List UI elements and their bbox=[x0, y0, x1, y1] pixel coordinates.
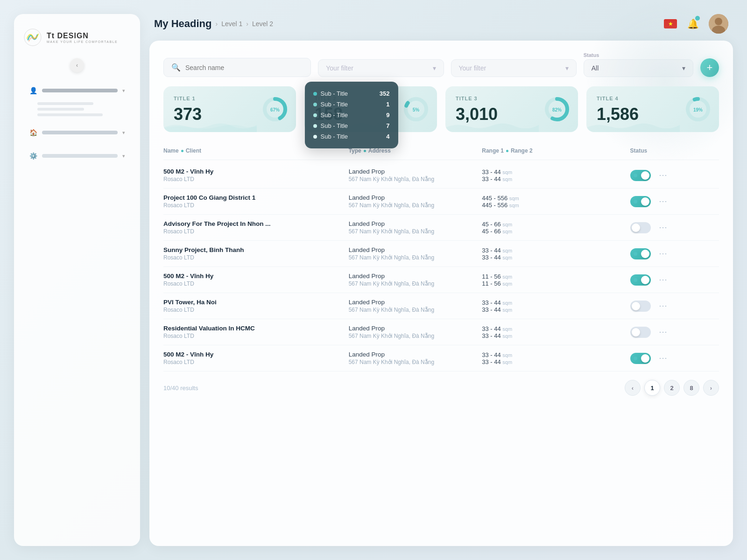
cell-name-5: PVI Tower, Ha Noi Rosaco LTD bbox=[163, 299, 349, 313]
status-toggle-1[interactable] bbox=[630, 196, 651, 207]
header-actions: ★ 🔔 bbox=[664, 14, 728, 34]
svg-text:19%: 19% bbox=[693, 107, 703, 112]
logo-area: Tt DESIGN MAKE YOUR LIFE COMFORTABLE bbox=[14, 23, 140, 56]
sidebar-sub-1 bbox=[23, 102, 131, 116]
cell-type-7: Landed Prop 567 Nam Kỳ Khởi Nghĩa, Đà Nẵ… bbox=[349, 351, 482, 365]
page-8-button[interactable]: 8 bbox=[684, 380, 699, 396]
data-table: Name Client Type Address Range 1 Range 2 bbox=[163, 144, 719, 371]
table-row: Advisory For The Project In Nhon ... Ros… bbox=[163, 215, 719, 241]
breadcrumb-sep-2: › bbox=[246, 20, 248, 28]
cell-type-4: Landed Prop 567 Nam Kỳ Khởi Nghĩa, Đà Nẵ… bbox=[349, 273, 482, 287]
tooltip-item-2: Sub - Title 1 bbox=[313, 99, 390, 110]
col-header-range: Range 1 Range 2 bbox=[482, 147, 630, 154]
status-toggle-7[interactable] bbox=[630, 353, 651, 364]
logo-text: Tt DESIGN MAKE YOUR LIFE COMFORTABLE bbox=[47, 32, 118, 43]
tooltip-item-4: Sub - Title 7 bbox=[313, 120, 390, 131]
table-header: Name Client Type Address Range 1 Range 2 bbox=[163, 144, 719, 160]
sidebar-label-3 bbox=[42, 154, 118, 158]
chevron-down-icon-2: ▾ bbox=[122, 130, 125, 136]
search-input[interactable] bbox=[185, 64, 303, 71]
svg-text:82%: 82% bbox=[552, 107, 562, 112]
toggle-knob-6 bbox=[632, 328, 640, 336]
cell-status-3: ··· bbox=[630, 248, 719, 259]
table-body: 500 M2 - Vĩnh Hy Rosaco LTD Landed Prop … bbox=[163, 162, 719, 371]
cell-range-2: 45 - 66 sqm 45 - 66 sqm bbox=[482, 221, 630, 235]
toggle-knob-4 bbox=[641, 276, 649, 284]
cell-name-4: 500 M2 - Vĩnh Hy Rosaco LTD bbox=[163, 273, 349, 287]
user-avatar[interactable] bbox=[709, 14, 728, 34]
add-button[interactable]: + bbox=[700, 58, 719, 77]
cell-range-6: 33 - 44 sqm 33 - 44 sqm bbox=[482, 325, 630, 339]
breadcrumb-sep-1: › bbox=[215, 20, 218, 28]
sidebar-item-1[interactable]: 👤 ▾ bbox=[23, 82, 131, 99]
more-options-button-1[interactable]: ··· bbox=[659, 196, 668, 206]
more-options-button-6[interactable]: ··· bbox=[659, 327, 668, 337]
sidebar-item-3[interactable]: ⚙️ ▾ bbox=[23, 147, 131, 165]
stat-card-1: TITLE 1 373 67% bbox=[163, 86, 296, 132]
svg-text:5%: 5% bbox=[413, 107, 420, 112]
tooltip-label-3: Sub - Title bbox=[321, 112, 380, 119]
stat-wave-1 bbox=[163, 118, 257, 132]
sidebar-label-2 bbox=[42, 131, 118, 134]
breadcrumb-level2[interactable]: Level 2 bbox=[252, 20, 273, 28]
tooltip-label-1: Sub - Title bbox=[321, 90, 373, 97]
sidebar-item-2[interactable]: 🏠 ▾ bbox=[23, 124, 131, 141]
cell-type-6: Landed Prop 567 Nam Kỳ Khởi Nghĩa, Đà Nẵ… bbox=[349, 325, 482, 339]
breadcrumb-level1[interactable]: Level 1 bbox=[221, 20, 242, 28]
stats-row: TITLE 1 373 67% TITLE 2 158 bbox=[163, 86, 719, 132]
filter-select-1[interactable]: Your filter ▾ bbox=[318, 59, 444, 77]
sidebar-label-1 bbox=[42, 89, 118, 92]
page-2-button[interactable]: 2 bbox=[664, 380, 680, 396]
sidebar: Tt DESIGN MAKE YOUR LIFE COMFORTABLE ‹ 👤… bbox=[14, 14, 140, 546]
page-title: My Heading bbox=[154, 18, 211, 30]
table-row: 500 M2 - Vĩnh Hy Rosaco LTD Landed Prop … bbox=[163, 162, 719, 189]
more-options-button-4[interactable]: ··· bbox=[659, 275, 668, 285]
col-dot-range bbox=[506, 150, 508, 152]
more-options-button-3[interactable]: ··· bbox=[659, 249, 668, 259]
search-box: 🔍 bbox=[163, 58, 311, 77]
table-row: Project 100 Co Giang District 1 Rosaco L… bbox=[163, 189, 719, 215]
status-toggle-0[interactable] bbox=[630, 170, 651, 181]
notification-button[interactable]: 🔔 bbox=[684, 15, 702, 33]
status-filter: Status All ▾ bbox=[584, 52, 693, 77]
status-toggle-6[interactable] bbox=[630, 327, 651, 338]
tooltip-value-3: 9 bbox=[386, 112, 389, 119]
stat-card-3: TITLE 3 3,010 82% bbox=[445, 86, 578, 132]
more-options-button-7[interactable]: ··· bbox=[659, 353, 668, 363]
tooltip-value-5: 4 bbox=[386, 133, 389, 140]
cell-status-2: ··· bbox=[630, 222, 719, 233]
status-toggle-5[interactable] bbox=[630, 301, 651, 312]
gear-icon: ⚙️ bbox=[29, 152, 37, 160]
status-toggle-3[interactable] bbox=[630, 248, 651, 259]
avatar-image bbox=[709, 14, 728, 34]
table-row: Residential Valuation In HCMC Rosaco LTD… bbox=[163, 319, 719, 345]
table-row: 500 M2 - Vĩnh Hy Rosaco LTD Landed Prop … bbox=[163, 267, 719, 293]
status-toggle-2[interactable] bbox=[630, 222, 651, 233]
cell-name-0: 500 M2 - Vĩnh Hy Rosaco LTD bbox=[163, 168, 349, 182]
cell-type-1: Landed Prop 567 Nam Kỳ Khởi Nghĩa, Đà Nẵ… bbox=[349, 194, 482, 209]
status-toggle-4[interactable] bbox=[630, 274, 651, 286]
pagination: 10/40 results ‹ 1 2 8 › bbox=[163, 371, 719, 396]
sub-bar-2 bbox=[37, 108, 84, 111]
cell-name-3: Sunny Project, Binh Thanh Rosaco LTD bbox=[163, 246, 349, 261]
logo-title: Tt DESIGN bbox=[47, 32, 118, 40]
prev-page-button[interactable]: ‹ bbox=[625, 380, 641, 396]
tooltip-label-5: Sub - Title bbox=[321, 133, 380, 140]
svg-text:67%: 67% bbox=[270, 107, 280, 112]
filter1-label: Your filter bbox=[326, 64, 353, 72]
filter-select-2[interactable]: Your filter ▾ bbox=[451, 59, 577, 77]
cell-name-6: Residential Valuation In HCMC Rosaco LTD bbox=[163, 325, 349, 339]
cell-range-5: 33 - 44 sqm 33 - 44 sqm bbox=[482, 299, 630, 313]
stat-card-4: TITLE 4 1,586 19% bbox=[586, 86, 719, 132]
flag-vietnam[interactable]: ★ bbox=[664, 19, 677, 28]
status-select[interactable]: All ▾ bbox=[584, 59, 693, 77]
more-options-button-5[interactable]: ··· bbox=[659, 301, 668, 311]
sidebar-toggle[interactable]: ‹ bbox=[70, 58, 84, 72]
more-options-button-2[interactable]: ··· bbox=[659, 223, 668, 232]
stat-wave-4 bbox=[586, 118, 680, 132]
user-icon: 👤 bbox=[29, 86, 37, 95]
next-page-button[interactable]: › bbox=[703, 380, 719, 396]
more-options-button-0[interactable]: ··· bbox=[659, 170, 668, 180]
page-1-button[interactable]: 1 bbox=[644, 380, 660, 396]
cell-range-4: 11 - 56 sqm 11 - 56 sqm bbox=[482, 273, 630, 287]
